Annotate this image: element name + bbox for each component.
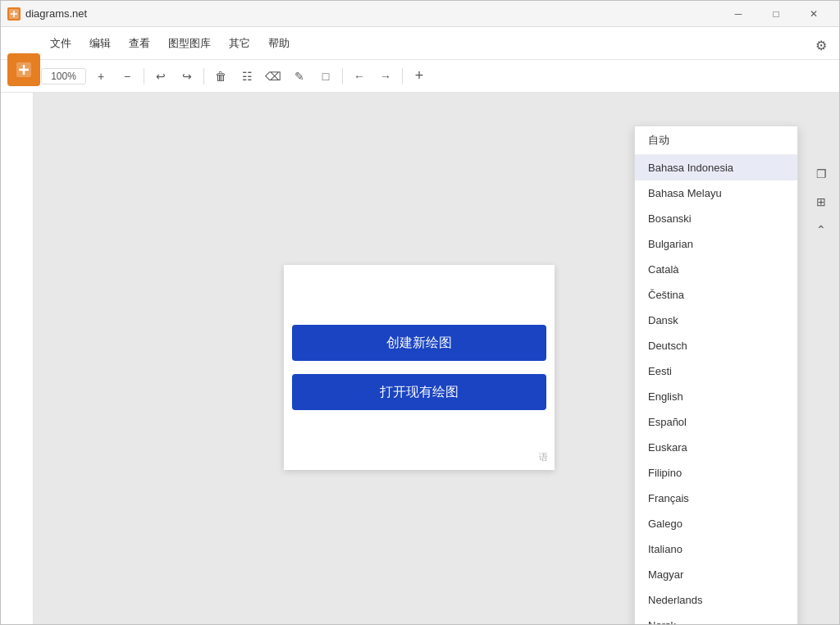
menu-shapes[interactable]: 图型图库 <box>160 33 219 54</box>
main-area: 创建新绘图 打开现有绘图 语 ❐ ⊞ ⌃ 自动 Bahasa Indonesia… <box>1 93 839 624</box>
waypoint[interactable]: ⌫ <box>262 65 285 88</box>
menu-other[interactable]: 其它 <box>221 33 258 54</box>
menu-edit[interactable]: 编辑 <box>81 33 119 54</box>
language-dropdown: 自动 Bahasa Indonesia Bahasa Melayu Bosans… <box>634 125 798 624</box>
lang-bosanski[interactable]: Bosanski <box>635 206 797 231</box>
toolbar: ▶ + − ↩ ↪ 🗑 ☷ ⌫ ✎ □ ← → + <box>1 60 839 93</box>
grid-button[interactable]: ⊞ <box>810 190 833 213</box>
app-logo <box>7 53 40 86</box>
lang-nederlands[interactable]: Nederlands <box>635 587 797 613</box>
lang-dansk[interactable]: Dansk <box>635 308 797 333</box>
lang-magyar[interactable]: Magyar <box>635 562 797 587</box>
lang-italiano[interactable]: Italiano <box>635 536 797 562</box>
maximize-button[interactable]: □ <box>757 1 795 27</box>
lang-catala[interactable]: Català <box>635 257 797 282</box>
zoom-out[interactable]: − <box>116 65 139 88</box>
lang-cestina[interactable]: Čeština <box>635 282 797 308</box>
connect-left[interactable]: ← <box>348 65 371 88</box>
lang-espanol[interactable]: Español <box>635 409 797 435</box>
lang-deutsch[interactable]: Deutsch <box>635 333 797 358</box>
undo[interactable]: ↩ <box>149 65 172 88</box>
lang-auto[interactable]: 自动 <box>635 126 797 155</box>
zoom-in[interactable]: + <box>89 65 112 88</box>
lang-bulgarian[interactable]: Bulgarian <box>635 231 797 257</box>
add[interactable]: + <box>408 65 431 88</box>
window-controls: ─ □ ✕ <box>719 1 833 27</box>
menu-view[interactable]: 查看 <box>121 33 158 54</box>
svg-point-2 <box>22 68 25 71</box>
menu-bar: 文件 编辑 查看 图型图库 其它 帮助 <box>42 27 298 60</box>
lang-bahasa-indonesia[interactable]: Bahasa Indonesia <box>635 155 797 180</box>
lang-norsk[interactable]: Norsk <box>635 613 797 624</box>
sep5 <box>402 68 403 84</box>
title-bar: diagrams.net ─ □ ✕ <box>1 1 839 27</box>
delete[interactable]: 🗑 <box>209 65 232 88</box>
format[interactable]: ☷ <box>235 65 258 88</box>
menu-help[interactable]: 帮助 <box>260 33 298 54</box>
app-title: diagrams.net <box>25 7 719 20</box>
lang-francais[interactable]: Français <box>635 486 797 511</box>
minimize-button[interactable]: ─ <box>719 1 757 27</box>
app-window: diagrams.net ─ □ ✕ draw.io 文件 编辑 查看 图型图库… <box>0 0 840 625</box>
menu-file[interactable]: 文件 <box>42 33 80 54</box>
lang-eesti[interactable]: Eesti <box>635 358 797 384</box>
app-icon <box>7 7 21 21</box>
zoom-input[interactable] <box>41 68 86 84</box>
left-sidebar <box>1 93 34 624</box>
close-button[interactable]: ✕ <box>795 1 833 27</box>
draw-tool[interactable]: ✎ <box>288 65 311 88</box>
lang-galego[interactable]: Galego <box>635 511 797 536</box>
create-diagram-button[interactable]: 创建新绘图 <box>292 325 546 361</box>
right-panel-icons: ❐ ⊞ ⌃ <box>810 162 833 241</box>
connect-right[interactable]: → <box>374 65 397 88</box>
sep4 <box>342 68 343 84</box>
lang-euskara[interactable]: Euskara <box>635 435 797 460</box>
lang-bahasa-melayu[interactable]: Bahasa Melayu <box>635 180 797 206</box>
settings-button[interactable]: ⚙ <box>810 34 833 57</box>
lang-english[interactable]: English <box>635 384 797 409</box>
shape-tool[interactable]: □ <box>314 65 337 88</box>
open-diagram-button[interactable]: 打开现有绘图 <box>292 374 546 410</box>
sep2 <box>144 68 144 84</box>
lang-filipino[interactable]: Filipino <box>635 460 797 486</box>
collapse-button[interactable]: ⌃ <box>810 218 833 241</box>
sep3 <box>203 68 204 84</box>
welcome-dialog: 创建新绘图 打开现有绘图 语 <box>284 265 555 470</box>
fullscreen-button[interactable]: ❐ <box>810 162 833 185</box>
redo[interactable]: ↪ <box>176 65 199 88</box>
